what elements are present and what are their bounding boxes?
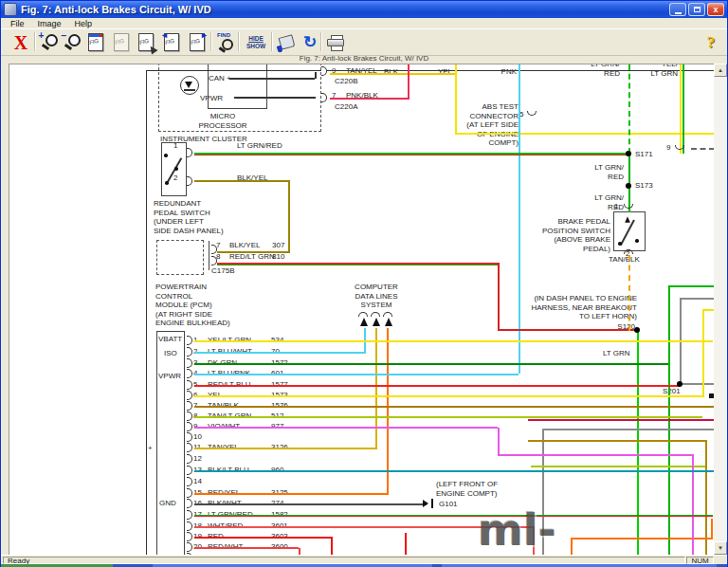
- pcm-pin-connector: [187, 443, 192, 452]
- close-figure-button[interactable]: X: [9, 30, 33, 54]
- pcm-pin-connector: [187, 454, 192, 464]
- pcm-pin-connector: [187, 542, 192, 552]
- figure-hand-icon: FIG: [138, 33, 154, 51]
- pcm-pin-label-box: [156, 331, 185, 556]
- hide-show-button[interactable]: HIDESHOW: [242, 30, 270, 54]
- wire-segment: [682, 64, 684, 154]
- pcm-pin-connector: [187, 347, 192, 357]
- figure-page-icon: FIG: [88, 33, 103, 51]
- menu-bar: File Image Help: [1, 19, 727, 28]
- connector-arc: [624, 249, 633, 254]
- pcm-pin-connector: [187, 358, 192, 368]
- wire-segment: [408, 64, 410, 100]
- cluster-internal-line: [229, 78, 315, 80]
- num-lock-indicator: NUM: [686, 557, 714, 564]
- switch-terminal: [174, 167, 178, 171]
- minimize-button[interactable]: [669, 3, 686, 16]
- view-figure-button[interactable]: FIG: [83, 30, 108, 54]
- figure-caption: Fig. 7: Anti-lock Brakes Circuit, W/ IVD: [1, 54, 727, 64]
- previous-figure-button: FIG: [109, 30, 134, 54]
- label-1-color: RED/LT GRN: [229, 252, 275, 262]
- pcm-pin-connector: [187, 477, 192, 486]
- label-bps-label: BRAKE PEDALPOSITION SWITCH(ABOVE BRAKEPE…: [533, 217, 610, 253]
- refresh-icon: ↻: [303, 34, 317, 50]
- wire-segment: [194, 340, 713, 342]
- scroll-down-button[interactable]: ▼: [714, 541, 727, 555]
- close-button[interactable]: x: [707, 3, 724, 16]
- splice-dot-s171: [626, 151, 631, 156]
- figure-back-icon: ◄FIG: [164, 33, 179, 51]
- wire-segment: [455, 133, 715, 135]
- wire-segment: [680, 298, 715, 300]
- toolbar-separator: [34, 32, 36, 51]
- arrow-up-icon: ▲: [718, 67, 723, 73]
- toolbar-separator: [210, 32, 212, 51]
- pcm-pin-number: 14: [193, 477, 202, 486]
- label-diagram-s120_note: (IN DASH PANEL TO ENGINEHARNESS, NEAR BR…: [504, 294, 637, 321]
- back-figure-button[interactable]: ◄FIG: [159, 30, 184, 54]
- wire-segment: [702, 309, 704, 397]
- cluster-internal-line: [315, 72, 317, 79]
- wire-segment: [194, 385, 680, 387]
- label-0-color: BLK/YEL: [229, 241, 260, 250]
- diagram-frame-line: [146, 70, 147, 556]
- label-cdl-lines: COMPUTERDATA LINESSYSTEM: [339, 283, 413, 310]
- wire-segment: [194, 395, 702, 397]
- splice-dot-s201: [677, 381, 682, 387]
- wire-segment: [498, 428, 500, 456]
- vertical-scrollbar[interactable]: ▲ ▼: [714, 64, 727, 555]
- label-mid_labels-bps_pin1: 1: [614, 202, 618, 211]
- connector-arc: [321, 93, 327, 102]
- label-g101-lines: (LEFT FRONT OFENGINE COMPT): [436, 480, 502, 498]
- restore-button[interactable]: [688, 3, 705, 16]
- window-title: Fig. 7: Anti-lock Brakes Circuit, W/ IVD: [21, 4, 669, 15]
- menu-help[interactable]: Help: [69, 19, 99, 28]
- data-line-arrow-icon: [373, 318, 380, 326]
- pcm-pin-connector: [187, 369, 192, 378]
- close-icon: x: [713, 6, 718, 14]
- cluster-indicator-base: [184, 89, 195, 91]
- menu-file[interactable]: File: [5, 19, 30, 28]
- help-button[interactable]: ?: [699, 30, 723, 54]
- switch-terminal: [635, 239, 639, 243]
- label-side-plus: +: [148, 444, 153, 453]
- switch-terminal: [618, 242, 622, 246]
- label-c175b-conn: C175B: [211, 266, 234, 276]
- find-icon: FIND: [216, 33, 235, 52]
- title-bar[interactable]: Fig. 7: Anti-lock Brakes Circuit, W/ IVD…: [1, 1, 727, 18]
- label-mid_labels-lt_grn_red_1: LT GRN/RED: [576, 163, 624, 181]
- wire-segment: [194, 180, 290, 182]
- zoom-out-button[interactable]: −: [60, 30, 84, 54]
- highlight-button[interactable]: [274, 30, 299, 54]
- find-button[interactable]: FIND: [213, 30, 238, 54]
- label-rps-label: REDUNDANTPEDAL SWITCH(UNDER LEFTSIDE DAS…: [154, 199, 239, 235]
- wire-segment: [194, 503, 427, 505]
- switch-terminal: [165, 181, 169, 185]
- zoom-in-button[interactable]: +: [37, 30, 62, 54]
- select-figure-button[interactable]: FIG: [134, 30, 158, 54]
- pcm-pin-connector: [187, 532, 192, 541]
- diagram-canvas[interactable]: ml-club.ru 9TAN/YELC220B7PNK/BLKC220ACAN…: [9, 64, 715, 556]
- wire-segment: [194, 374, 519, 375]
- wire-segment: [217, 251, 290, 253]
- connector-arc: [187, 176, 192, 186]
- menu-image[interactable]: Image: [32, 19, 67, 28]
- connector-arc: [383, 312, 392, 317]
- pcm-pin-connector: [187, 401, 192, 411]
- scroll-up-button[interactable]: ▲: [714, 64, 727, 77]
- print-button[interactable]: [323, 30, 348, 54]
- wire-segment: [498, 454, 692, 456]
- wire-segment: [194, 153, 629, 155]
- switch-terminal: [164, 154, 168, 157]
- connector-arc: [321, 66, 327, 76]
- hide-show-icon: HIDESHOW: [246, 35, 265, 50]
- wire-segment: [628, 64, 630, 154]
- app-icon: [4, 3, 17, 16]
- label-mid_labels-tan_blk: TAN/BLK: [609, 255, 640, 265]
- connector-arc: [624, 204, 633, 209]
- connector-arc: [187, 148, 192, 157]
- printer-icon: [327, 35, 345, 50]
- label-g101-name: G101: [439, 500, 458, 509]
- forward-figure-button[interactable]: ►FIG: [185, 30, 209, 54]
- refresh-button[interactable]: ↻: [298, 30, 322, 54]
